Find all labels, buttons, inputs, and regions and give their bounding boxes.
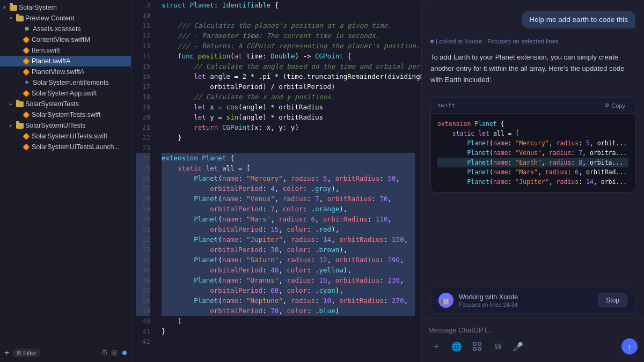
sidebar-label: ContentView.swift: [32, 36, 84, 43]
sidebar-item-entitlements[interactable]: ◈ SolarSystem.entitlements: [0, 77, 131, 88]
svg-rect-3: [478, 348, 481, 350]
ai-panel: Help me add earth to code this Looked at…: [421, 0, 644, 362]
working-label: Working with Xcode: [459, 293, 518, 301]
sidebar-label: Planet.swift: [32, 57, 66, 65]
ai-avatar-icon: 🤖: [442, 297, 450, 305]
mic-button[interactable]: 🎤: [510, 338, 526, 354]
folder-icon: [16, 16, 24, 21]
clock-icon[interactable]: ⏱: [101, 349, 108, 357]
expand-icon: [473, 342, 481, 351]
stop-button[interactable]: Stop: [598, 293, 627, 307]
expand-button[interactable]: [469, 338, 485, 354]
sidebar-item-uitests-file[interactable]: 🔶 SolarSystemUITests.swift: [0, 131, 131, 142]
sidebar-label: SolarSystemUITests: [25, 122, 86, 129]
response-content: To add Earth to your Planet extension, y…: [430, 53, 624, 84]
line-numbers: 3 10 11 12 13 14 15 16 17 18 19 20 21 22…: [131, 0, 155, 362]
swift-icon: 🔶: [23, 132, 30, 140]
assets-icon: ◼: [23, 25, 31, 33]
sidebar-label: SolarSystemUITests.swift: [32, 132, 107, 140]
sidebar-item-assets[interactable]: ◼ Assets.xcassets: [0, 24, 131, 34]
send-button[interactable]: ↑: [621, 338, 638, 354]
plus-button[interactable]: ＋: [428, 338, 444, 354]
sidebar-label: SolarSystemUITestsLaunch...: [32, 143, 120, 151]
user-message-text: Help me add earth to code this: [529, 16, 628, 24]
copy-icon: ⧉: [605, 102, 609, 109]
sidebar-label: PlanetView.swift: [32, 68, 80, 76]
chevron-icon: [10, 101, 16, 107]
message-input[interactable]: [428, 324, 638, 338]
code-block-header: swift ⧉ Copy: [431, 98, 635, 114]
swift-icon: 🔶: [23, 111, 30, 119]
modified-badge: M: [84, 36, 90, 43]
code-content[interactable]: struct Planet: Identifiable { /// Calcul…: [155, 0, 421, 362]
chevron-icon: [10, 16, 16, 21]
swift-icon: 🔶: [23, 36, 30, 43]
ai-context-label: Looked at Xcode · Focused on selected li…: [430, 38, 635, 45]
sidebar-label: SolarSystem.entitlements: [33, 79, 109, 86]
sidebar-label: SolarSystem: [19, 4, 57, 11]
filter-label: Filter: [23, 350, 36, 356]
status-dot: [122, 351, 127, 355]
sidebar-label: Assets.xcassets: [33, 25, 81, 33]
code-block: swift ⧉ Copy extension Planet { static l…: [430, 97, 635, 193]
folder-icon: [16, 101, 24, 107]
sidebar-item-planetview[interactable]: 🔶 PlanetView.swift A: [0, 67, 131, 77]
add-button[interactable]: +: [4, 348, 9, 358]
globe-button[interactable]: 🌐: [449, 338, 465, 354]
modified-badge: A: [80, 68, 84, 76]
sidebar-item-planetswift[interactable]: 🔶 Planet.swift A: [0, 56, 131, 67]
ai-avatar: 🤖: [438, 293, 453, 308]
copy-button[interactable]: ⧉ Copy: [602, 101, 628, 110]
input-toolbar: ＋ 🌐 ⧉ 🎤 ↑: [428, 338, 638, 354]
sidebar-label: SolarSystemApp.swift: [32, 90, 97, 97]
svg-rect-0: [473, 343, 476, 345]
editor-area: 3 10 11 12 13 14 15 16 17 18 19 20 21 22…: [131, 0, 421, 362]
code-editor[interactable]: 3 10 11 12 13 14 15 16 17 18 19 20 21 22…: [131, 0, 421, 362]
working-bar: 🤖 Working with Xcode Focused on lines 24…: [430, 287, 635, 314]
working-info: 🤖 Working with Xcode Focused on lines 24…: [438, 293, 518, 308]
user-message-bubble: Help me add earth to code this: [522, 11, 635, 28]
sidebar-label: Preview Content: [25, 14, 75, 22]
working-sublabel: Focused on lines 24-34: [459, 301, 518, 308]
chevron-icon: [10, 123, 16, 128]
sidebar-item-contentview[interactable]: 🔶 ContentView.swift M: [0, 34, 131, 45]
svg-rect-1: [478, 343, 481, 345]
sliders-button[interactable]: ⧉: [489, 338, 506, 354]
code-lang-label: swift: [437, 102, 455, 109]
filter-icon: ⊟: [17, 350, 21, 356]
sidebar-item-uitests-folder[interactable]: SolarSystemUITests: [0, 120, 131, 131]
swift-icon: 🔶: [23, 68, 30, 76]
folder-icon: [16, 123, 24, 129]
entitlements-icon: ◈: [23, 79, 31, 86]
sidebar-file-tree: SolarSystem Preview Content ◼ Assets.xca…: [0, 0, 131, 343]
filter-pill[interactable]: ⊟ Filter: [12, 349, 40, 357]
swift-icon: 🔶: [23, 57, 30, 65]
ai-response-text: To add Earth to your Planet extension, y…: [430, 52, 635, 85]
working-text-group: Working with Xcode Focused on lines 24-3…: [459, 293, 518, 308]
send-icon: ↑: [627, 342, 632, 351]
sidebar-item-preview-content[interactable]: Preview Content: [0, 13, 131, 24]
sidebar-item-tests-file[interactable]: 🔶 SolarSystemTests.swift: [0, 109, 131, 120]
swift-icon: 🔶: [23, 47, 30, 54]
sidebar-item-uitests-launch[interactable]: 🔶 SolarSystemUITestsLaunch...: [0, 142, 131, 152]
modified-badge: A: [66, 57, 70, 65]
svg-rect-2: [473, 348, 476, 350]
sidebar-item-app[interactable]: 🔶 SolarSystemApp.swift: [0, 88, 131, 99]
swift-icon: 🔶: [23, 90, 30, 97]
code-block-body: extension Planet { static let all = [ Pl…: [431, 114, 635, 192]
sidebar-label: Item.swift: [32, 47, 60, 54]
ai-chat-area: Help me add earth to code this Looked at…: [422, 0, 644, 285]
swift-icon: 🔶: [23, 143, 30, 151]
sidebar-item-itemswift[interactable]: 🔶 Item.swift: [0, 45, 131, 56]
sidebar-item-tests-folder[interactable]: SolarSystemTests: [0, 99, 131, 109]
chevron-icon: [3, 5, 10, 10]
grid-icon[interactable]: ⊞: [111, 349, 117, 357]
input-area: ＋ 🌐 ⧉ 🎤 ↑: [422, 318, 644, 362]
sidebar-label: SolarSystemTests.swift: [32, 111, 101, 119]
folder-icon: [10, 5, 17, 11]
context-text: Looked at Xcode · Focused on selected li…: [436, 38, 559, 45]
sidebar-item-solarsystem[interactable]: SolarSystem: [0, 2, 131, 13]
footer-icons: ⏱ ⊞: [101, 349, 117, 357]
copy-label: Copy: [611, 102, 625, 109]
sidebar-footer: + ⊟ Filter ⏱ ⊞: [0, 343, 131, 362]
